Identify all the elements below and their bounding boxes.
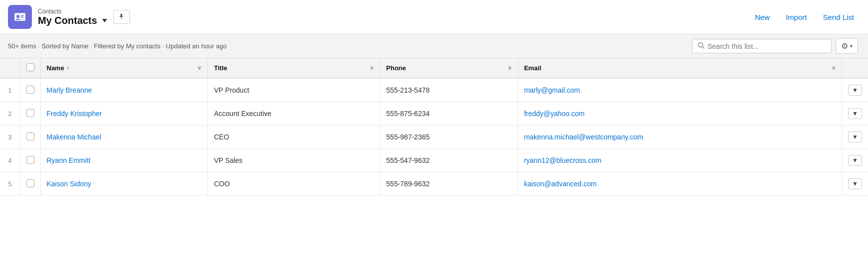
table-header-row: Name ↑ ∨ Title ∨: [0, 58, 868, 78]
row-action-dropdown-5[interactable]: ▼: [848, 178, 862, 189]
col-email[interactable]: Email ∨: [518, 58, 842, 78]
row-title-cell-2: Account Executive: [208, 102, 380, 126]
gear-dropdown-arrow: ▾: [850, 43, 853, 49]
contact-email-1[interactable]: marly@gmail.com: [524, 86, 580, 94]
contact-title-3: CEO: [214, 133, 229, 141]
row-name-cell-3: Makenna Michael: [40, 126, 208, 149]
contact-email-5[interactable]: kaison@advanced.com: [524, 180, 597, 188]
contact-email-2[interactable]: freddy@yahoo.com: [524, 110, 585, 118]
app-label: Contacts: [38, 8, 107, 15]
name-col-chevron-icon[interactable]: ∨: [197, 65, 201, 71]
svg-rect-4: [21, 17, 23, 18]
contact-name-5[interactable]: Kaison Sidony: [47, 180, 92, 188]
header: Contacts My Contacts 🖈 New Import Send L…: [0, 0, 868, 34]
row-name-cell-4: Ryann Emmitt: [40, 149, 208, 172]
row-num-5: 5: [0, 172, 20, 196]
contact-email-4[interactable]: ryann12@bluecross.com: [524, 156, 601, 164]
phone-col-chevron-icon[interactable]: ∨: [508, 65, 512, 71]
table-container: Name ↑ ∨ Title ∨: [0, 58, 868, 256]
row-name-cell-1: Marly Breanne: [40, 78, 208, 102]
row-checkbox-4[interactable]: [26, 156, 34, 164]
row-num-3: 3: [0, 126, 20, 149]
row-number: 3: [8, 133, 11, 141]
row-email-cell-1: marly@gmail.com: [518, 78, 842, 102]
col-action-header: [842, 58, 868, 78]
title-col-chevron-icon[interactable]: ∨: [370, 65, 374, 71]
contact-phone-5: 555-789-9632: [386, 180, 430, 188]
col-phone-label: Phone: [386, 64, 406, 72]
col-name-label: Name: [47, 64, 64, 72]
search-icon: [698, 42, 705, 50]
contact-name-4[interactable]: Ryann Emmitt: [47, 156, 91, 164]
row-num-4: 4: [0, 149, 20, 172]
contacts-table: Name ↑ ∨ Title ∨: [0, 58, 868, 196]
gear-icon: ⚙: [841, 41, 848, 51]
row-number: 4: [8, 157, 11, 164]
row-checkbox-cell-5: [20, 172, 40, 196]
row-title-cell-3: CEO: [208, 126, 380, 149]
contact-name-3[interactable]: Makenna Michael: [47, 133, 102, 141]
col-title[interactable]: Title ∨: [208, 58, 380, 78]
contact-name-2[interactable]: Freddy Kristopher: [47, 110, 102, 118]
row-email-cell-5: kaison@advanced.com: [518, 172, 842, 196]
row-checkbox-cell-4: [20, 149, 40, 172]
pin-button[interactable]: 🖈: [113, 10, 130, 24]
contact-phone-4: 555-547-9632: [386, 156, 430, 164]
row-action-dropdown-1[interactable]: ▼: [848, 85, 862, 96]
contact-name-1[interactable]: Marly Breanne: [47, 86, 92, 94]
row-checkbox-1[interactable]: [26, 86, 34, 94]
col-num: [0, 58, 20, 78]
select-all-checkbox[interactable]: [26, 63, 34, 71]
contact-email-3[interactable]: makenna.michael@westcompany.com: [524, 133, 643, 141]
row-title-cell-1: VP Product: [208, 78, 380, 102]
col-phone[interactable]: Phone ∨: [380, 58, 518, 78]
row-number: 2: [8, 110, 11, 118]
row-phone-cell-3: 555-987-2365: [380, 126, 518, 149]
title-dropdown-icon[interactable]: [102, 19, 107, 22]
row-action-dropdown-2[interactable]: ▼: [848, 108, 862, 119]
new-button[interactable]: New: [751, 11, 774, 23]
table-row: 5 Kaison Sidony COO 555-789-9632 kaison@…: [0, 172, 868, 196]
row-checkbox-3[interactable]: [26, 132, 34, 140]
row-title-cell-5: COO: [208, 172, 380, 196]
row-action-cell-1: ▼: [842, 78, 868, 102]
row-number: 5: [8, 180, 11, 188]
settings-button[interactable]: ⚙ ▾: [836, 38, 858, 54]
row-num-1: 1: [0, 78, 20, 102]
contact-phone-1: 555-213-5478: [386, 86, 430, 94]
contact-phone-3: 555-987-2365: [386, 133, 430, 141]
list-info: 50+ items · Sorted by Name · Filtered by…: [8, 42, 227, 50]
row-action-dropdown-4[interactable]: ▼: [848, 155, 862, 166]
row-email-cell-4: ryann12@bluecross.com: [518, 149, 842, 172]
row-email-cell-3: makenna.michael@westcompany.com: [518, 126, 842, 149]
table-row: 4 Ryann Emmitt VP Sales 555-547-9632 rya…: [0, 149, 868, 172]
app-container: Contacts My Contacts 🖈 New Import Send L…: [0, 0, 868, 256]
row-checkbox-2[interactable]: [26, 109, 34, 117]
email-col-chevron-icon[interactable]: ∨: [832, 65, 836, 71]
row-phone-cell-1: 555-213-5478: [380, 78, 518, 102]
import-button[interactable]: Import: [782, 11, 811, 23]
row-phone-cell-4: 555-547-9632: [380, 149, 518, 172]
row-number: 1: [8, 87, 11, 94]
contact-title-1: VP Product: [214, 86, 249, 94]
contacts-app-icon: [8, 5, 32, 29]
subheader-controls: ⚙ ▾: [692, 38, 858, 54]
row-name-cell-2: Freddy Kristopher: [40, 102, 208, 126]
send-list-button[interactable]: Send List: [819, 11, 858, 23]
row-action-dropdown-3[interactable]: ▼: [848, 131, 862, 142]
search-box: [692, 39, 832, 53]
row-checkbox-cell-3: [20, 126, 40, 149]
row-phone-cell-2: 555-875-6234: [380, 102, 518, 126]
title-main: My Contacts: [38, 15, 107, 26]
row-checkbox-5[interactable]: [26, 179, 34, 187]
contact-phone-2: 555-875-6234: [386, 110, 430, 118]
search-input[interactable]: [708, 42, 826, 50]
svg-point-1: [16, 15, 19, 18]
col-name[interactable]: Name ↑ ∨: [40, 58, 208, 78]
header-left: Contacts My Contacts 🖈: [8, 5, 130, 29]
col-title-label: Title: [214, 64, 227, 72]
row-phone-cell-5: 555-789-9632: [380, 172, 518, 196]
row-action-cell-4: ▼: [842, 149, 868, 172]
row-action-cell-2: ▼: [842, 102, 868, 126]
subheader: 50+ items · Sorted by Name · Filtered by…: [0, 34, 868, 58]
